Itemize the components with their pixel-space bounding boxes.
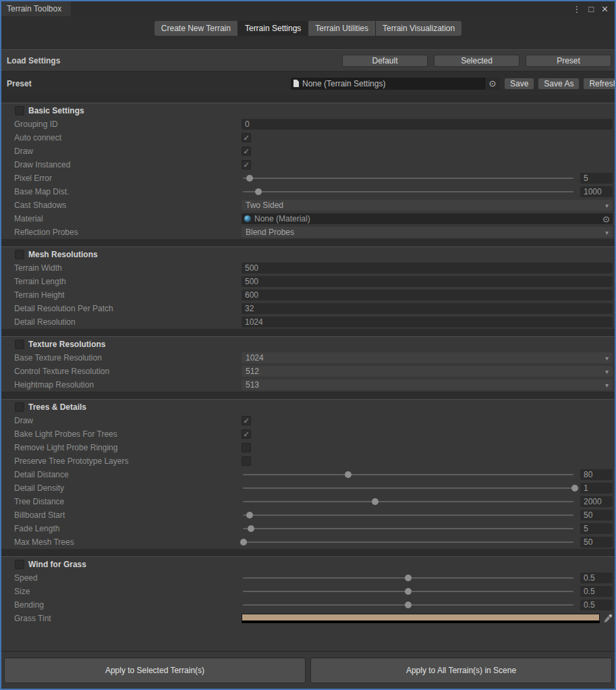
billboard-start-slider[interactable] <box>242 511 575 519</box>
terrain-length-field[interactable]: 500 <box>242 276 613 287</box>
eyedropper-icon[interactable] <box>603 614 613 623</box>
ctrl-cast-shadows: Two Sided▾ <box>242 200 615 211</box>
max-mesh-trees-slider[interactable] <box>242 538 575 546</box>
slider-track <box>243 487 573 489</box>
cast-shadows-dropdown[interactable]: Two Sided▾ <box>242 200 613 211</box>
tab-terrain-settings[interactable]: Terrain Settings <box>238 21 308 36</box>
row-bake-light-probes-for-trees: Bake Light Probes For Trees✓ <box>1 427 615 441</box>
row-control-texture-resolution: Control Texture Resolution512▾ <box>1 365 615 378</box>
preset-object-field[interactable]: None (Terrain Settings) ⊙ <box>291 78 500 90</box>
heightmap-resolution-dropdown[interactable]: 513▾ <box>242 379 613 390</box>
ctrl-max-mesh-trees: 50 <box>242 537 615 548</box>
slider-handle[interactable] <box>240 539 247 546</box>
size-value-field[interactable]: 0.5 <box>580 586 613 597</box>
slider-handle[interactable] <box>405 575 412 581</box>
field-value: 2000 <box>584 497 602 506</box>
apply-to-all-terrain-s-in-scene-button[interactable]: Apply to All Terrain(s) in Scene <box>310 658 612 683</box>
row-material: MaterialNone (Material)⊙ <box>1 212 615 225</box>
dropdown-value: 513 <box>246 380 259 390</box>
load-settings-label: Load Settings <box>7 56 336 65</box>
preset-object-picker-icon[interactable]: ⊙ <box>484 78 500 90</box>
detail-distance-value-field[interactable]: 80 <box>580 469 613 480</box>
fade-length-value-field[interactable]: 5 <box>580 523 613 534</box>
detail-density-slider[interactable] <box>242 484 575 492</box>
load-default-button[interactable]: Default <box>342 55 428 67</box>
slider-handle[interactable] <box>372 498 379 505</box>
draw-checkbox[interactable]: ✓ <box>242 416 251 425</box>
preset-save-button[interactable]: Save <box>504 78 534 90</box>
section-divider <box>1 329 615 337</box>
slider-handle[interactable] <box>255 188 262 195</box>
slider-handle[interactable] <box>405 588 412 595</box>
pixel-error-label: Pixel Error <box>1 174 242 183</box>
section-header-basic-settings: Basic Settings <box>1 103 615 117</box>
material-object-field[interactable]: None (Material)⊙ <box>242 213 613 224</box>
grass-tint-color-swatch[interactable] <box>242 614 600 623</box>
base-texture-resolution-dropdown[interactable]: 1024▾ <box>242 352 613 363</box>
grouping-id-field[interactable]: 0 <box>242 119 613 130</box>
preset-refresh-button[interactable]: Refresh <box>583 78 616 90</box>
reflection-probes-dropdown[interactable]: Blend Probes▾ <box>242 227 613 238</box>
detail-resolution-label: Detail Resolution <box>1 317 242 327</box>
ctrl-speed: 0.5 <box>242 573 615 583</box>
base-map-dist-slider[interactable] <box>242 188 575 196</box>
object-picker-icon[interactable]: ⊙ <box>603 214 610 224</box>
billboard-start-value-field[interactable]: 50 <box>580 510 613 521</box>
fade-length-slider[interactable] <box>242 525 575 533</box>
detail-distance-slider[interactable] <box>242 471 575 479</box>
slider-handle[interactable] <box>405 602 412 608</box>
size-slider[interactable] <box>242 587 575 595</box>
tab-terrain-visualization[interactable]: Terrain Visualization <box>376 21 461 36</box>
control-texture-resolution-dropdown[interactable]: 512▾ <box>242 366 613 377</box>
slider-handle[interactable] <box>345 471 352 478</box>
apply-to-selected-terrain-s-button[interactable]: Apply to Selected Terrain(s) <box>4 658 306 683</box>
bending-value-field[interactable]: 0.5 <box>580 600 613 610</box>
slider-handle[interactable] <box>571 485 578 492</box>
maximize-icon[interactable]: □ <box>588 5 594 14</box>
load-settings-row: Load Settings DefaultSelectedPreset <box>1 50 615 71</box>
preserve-tree-prototype-layers-checkbox[interactable] <box>242 456 251 466</box>
tree-distance-value-field[interactable]: 2000 <box>580 496 613 507</box>
slider-handle[interactable] <box>246 175 253 182</box>
terrain-width-field[interactable]: 500 <box>242 263 613 273</box>
max-mesh-trees-value-field[interactable]: 50 <box>580 537 613 548</box>
terrain-height-field[interactable]: 600 <box>242 290 613 300</box>
bending-slider[interactable] <box>242 601 575 609</box>
tab-terrain-utilities[interactable]: Terrain Utilities <box>308 21 376 36</box>
preset-save-as-button[interactable]: Save As <box>538 78 580 90</box>
detail-density-value-field[interactable]: 1 <box>580 483 613 494</box>
window-tab-terrain-toolbox[interactable]: Terrain Toolbox <box>1 1 71 16</box>
slider-handle[interactable] <box>246 512 253 519</box>
detail-resolution-field[interactable]: 1024 <box>242 317 613 327</box>
detail-resolution-per-patch-field[interactable]: 32 <box>242 303 613 314</box>
bake-light-probes-for-trees-checkbox[interactable]: ✓ <box>242 429 251 439</box>
remove-light-probe-ringing-checkbox[interactable] <box>242 443 251 452</box>
section-enable-checkbox[interactable] <box>15 402 24 412</box>
load-selected-button[interactable]: Selected <box>434 55 520 67</box>
pixel-error-slider[interactable] <box>242 174 575 182</box>
section-header-mesh-resolutions: Mesh Resolutions <box>1 247 615 261</box>
section-enable-checkbox[interactable] <box>15 106 24 115</box>
section-enable-checkbox[interactable] <box>15 250 24 259</box>
ctrl-fade-length: 5 <box>242 523 615 534</box>
base-map-dist-value-field[interactable]: 1000 <box>580 186 613 197</box>
pixel-error-value-field[interactable]: 5 <box>580 173 613 184</box>
slider-track <box>243 514 573 516</box>
window-title: Terrain Toolbox <box>7 4 61 14</box>
speed-value-field[interactable]: 0.5 <box>580 573 613 583</box>
window-menu-icon[interactable]: ⋮ <box>572 5 581 14</box>
section-texture-resolutions: Texture ResolutionsBase Texture Resoluti… <box>1 337 615 392</box>
section-enable-checkbox[interactable] <box>15 560 24 569</box>
draw-instanced-checkbox[interactable]: ✓ <box>242 160 251 169</box>
speed-slider[interactable] <box>242 574 575 582</box>
close-icon[interactable]: ✕ <box>601 5 609 14</box>
auto-connect-checkbox[interactable]: ✓ <box>242 133 251 142</box>
tab-create-new-terrain[interactable]: Create New Terrain <box>155 21 238 36</box>
tree-distance-slider[interactable] <box>242 498 575 506</box>
load-preset-button[interactable]: Preset <box>526 55 611 67</box>
slider-handle[interactable] <box>248 525 254 532</box>
field-value: 80 <box>584 470 592 479</box>
row-preserve-tree-prototype-layers: Preserve Tree Prototype Layers <box>1 454 615 468</box>
draw-checkbox[interactable]: ✓ <box>242 147 251 156</box>
section-enable-checkbox[interactable] <box>15 340 24 349</box>
